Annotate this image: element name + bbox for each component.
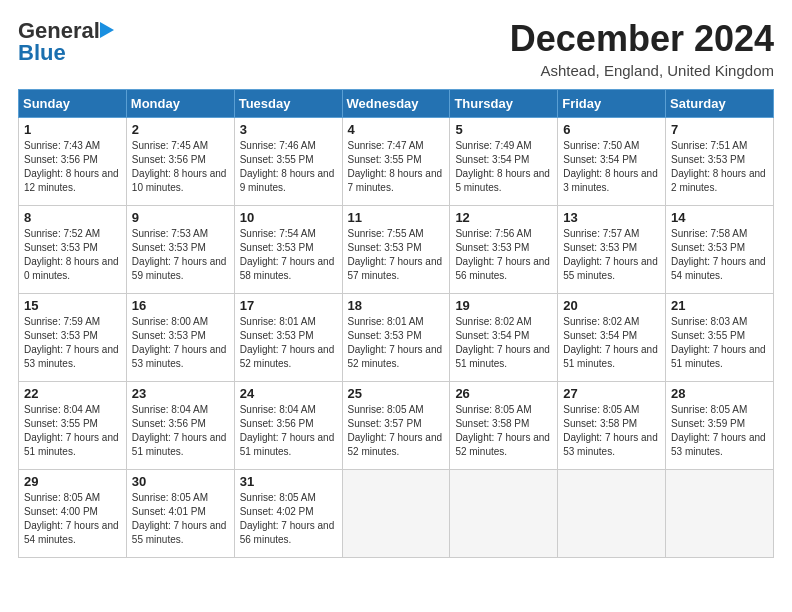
day-info: Sunrise: 8:05 AMSunset: 4:02 PMDaylight:… [240,491,337,547]
day-number: 7 [671,122,768,137]
day-number: 6 [563,122,660,137]
calendar-cell: 3Sunrise: 7:46 AMSunset: 3:55 PMDaylight… [234,118,342,206]
day-info: Sunrise: 8:01 AMSunset: 3:53 PMDaylight:… [348,315,445,371]
calendar-cell: 10Sunrise: 7:54 AMSunset: 3:53 PMDayligh… [234,206,342,294]
calendar-cell: 1Sunrise: 7:43 AMSunset: 3:56 PMDaylight… [19,118,127,206]
calendar-cell [450,470,558,558]
day-number: 11 [348,210,445,225]
day-number: 30 [132,474,229,489]
logo-blue: Blue [18,40,66,66]
calendar-week-row: 1Sunrise: 7:43 AMSunset: 3:56 PMDaylight… [19,118,774,206]
day-info: Sunrise: 8:03 AMSunset: 3:55 PMDaylight:… [671,315,768,371]
calendar-cell: 4Sunrise: 7:47 AMSunset: 3:55 PMDaylight… [342,118,450,206]
col-monday: Monday [126,90,234,118]
day-number: 17 [240,298,337,313]
day-number: 14 [671,210,768,225]
calendar-week-row: 22Sunrise: 8:04 AMSunset: 3:55 PMDayligh… [19,382,774,470]
calendar-cell: 14Sunrise: 7:58 AMSunset: 3:53 PMDayligh… [666,206,774,294]
day-info: Sunrise: 7:46 AMSunset: 3:55 PMDaylight:… [240,139,337,195]
calendar-cell: 13Sunrise: 7:57 AMSunset: 3:53 PMDayligh… [558,206,666,294]
day-number: 20 [563,298,660,313]
calendar-cell: 19Sunrise: 8:02 AMSunset: 3:54 PMDayligh… [450,294,558,382]
logo: General Blue [18,18,114,66]
day-info: Sunrise: 7:45 AMSunset: 3:56 PMDaylight:… [132,139,229,195]
day-number: 19 [455,298,552,313]
calendar-cell: 24Sunrise: 8:04 AMSunset: 3:56 PMDayligh… [234,382,342,470]
calendar-header-row: Sunday Monday Tuesday Wednesday Thursday… [19,90,774,118]
day-number: 26 [455,386,552,401]
calendar-cell: 7Sunrise: 7:51 AMSunset: 3:53 PMDaylight… [666,118,774,206]
day-number: 27 [563,386,660,401]
col-saturday: Saturday [666,90,774,118]
day-info: Sunrise: 7:43 AMSunset: 3:56 PMDaylight:… [24,139,121,195]
day-number: 24 [240,386,337,401]
calendar-cell [342,470,450,558]
day-number: 22 [24,386,121,401]
month-title: December 2024 [510,18,774,60]
calendar-cell: 5Sunrise: 7:49 AMSunset: 3:54 PMDaylight… [450,118,558,206]
logo-arrow-icon [100,22,114,38]
calendar-cell: 9Sunrise: 7:53 AMSunset: 3:53 PMDaylight… [126,206,234,294]
col-thursday: Thursday [450,90,558,118]
day-info: Sunrise: 7:59 AMSunset: 3:53 PMDaylight:… [24,315,121,371]
calendar-cell: 16Sunrise: 8:00 AMSunset: 3:53 PMDayligh… [126,294,234,382]
calendar-cell: 18Sunrise: 8:01 AMSunset: 3:53 PMDayligh… [342,294,450,382]
day-number: 4 [348,122,445,137]
day-info: Sunrise: 8:00 AMSunset: 3:53 PMDaylight:… [132,315,229,371]
col-sunday: Sunday [19,90,127,118]
day-number: 3 [240,122,337,137]
day-info: Sunrise: 7:54 AMSunset: 3:53 PMDaylight:… [240,227,337,283]
day-number: 21 [671,298,768,313]
location-subtitle: Ashtead, England, United Kingdom [510,62,774,79]
day-info: Sunrise: 8:04 AMSunset: 3:55 PMDaylight:… [24,403,121,459]
day-number: 2 [132,122,229,137]
day-info: Sunrise: 7:52 AMSunset: 3:53 PMDaylight:… [24,227,121,283]
day-info: Sunrise: 7:57 AMSunset: 3:53 PMDaylight:… [563,227,660,283]
day-number: 9 [132,210,229,225]
day-info: Sunrise: 8:05 AMSunset: 3:58 PMDaylight:… [563,403,660,459]
day-number: 16 [132,298,229,313]
day-number: 13 [563,210,660,225]
calendar-cell: 26Sunrise: 8:05 AMSunset: 3:58 PMDayligh… [450,382,558,470]
day-number: 8 [24,210,121,225]
day-number: 12 [455,210,552,225]
calendar-cell: 11Sunrise: 7:55 AMSunset: 3:53 PMDayligh… [342,206,450,294]
day-info: Sunrise: 7:47 AMSunset: 3:55 PMDaylight:… [348,139,445,195]
day-number: 18 [348,298,445,313]
day-info: Sunrise: 8:02 AMSunset: 3:54 PMDaylight:… [563,315,660,371]
day-number: 29 [24,474,121,489]
day-number: 5 [455,122,552,137]
day-info: Sunrise: 8:05 AMSunset: 4:01 PMDaylight:… [132,491,229,547]
col-wednesday: Wednesday [342,90,450,118]
day-info: Sunrise: 7:55 AMSunset: 3:53 PMDaylight:… [348,227,445,283]
col-tuesday: Tuesday [234,90,342,118]
calendar-cell: 22Sunrise: 8:04 AMSunset: 3:55 PMDayligh… [19,382,127,470]
day-info: Sunrise: 8:05 AMSunset: 3:59 PMDaylight:… [671,403,768,459]
calendar-cell: 25Sunrise: 8:05 AMSunset: 3:57 PMDayligh… [342,382,450,470]
day-info: Sunrise: 8:04 AMSunset: 3:56 PMDaylight:… [240,403,337,459]
calendar-cell: 2Sunrise: 7:45 AMSunset: 3:56 PMDaylight… [126,118,234,206]
day-number: 15 [24,298,121,313]
calendar-cell: 12Sunrise: 7:56 AMSunset: 3:53 PMDayligh… [450,206,558,294]
calendar-week-row: 29Sunrise: 8:05 AMSunset: 4:00 PMDayligh… [19,470,774,558]
calendar-cell: 6Sunrise: 7:50 AMSunset: 3:54 PMDaylight… [558,118,666,206]
day-info: Sunrise: 7:50 AMSunset: 3:54 PMDaylight:… [563,139,660,195]
calendar-cell: 8Sunrise: 7:52 AMSunset: 3:53 PMDaylight… [19,206,127,294]
day-info: Sunrise: 8:05 AMSunset: 3:57 PMDaylight:… [348,403,445,459]
calendar-week-row: 15Sunrise: 7:59 AMSunset: 3:53 PMDayligh… [19,294,774,382]
calendar-cell [558,470,666,558]
day-number: 10 [240,210,337,225]
calendar-cell: 15Sunrise: 7:59 AMSunset: 3:53 PMDayligh… [19,294,127,382]
calendar-cell: 17Sunrise: 8:01 AMSunset: 3:53 PMDayligh… [234,294,342,382]
col-friday: Friday [558,90,666,118]
calendar-cell: 29Sunrise: 8:05 AMSunset: 4:00 PMDayligh… [19,470,127,558]
day-info: Sunrise: 8:01 AMSunset: 3:53 PMDaylight:… [240,315,337,371]
header: General Blue December 2024 Ashtead, Engl… [18,18,774,79]
day-info: Sunrise: 8:05 AMSunset: 4:00 PMDaylight:… [24,491,121,547]
calendar-cell: 27Sunrise: 8:05 AMSunset: 3:58 PMDayligh… [558,382,666,470]
day-info: Sunrise: 7:51 AMSunset: 3:53 PMDaylight:… [671,139,768,195]
day-number: 23 [132,386,229,401]
calendar-cell: 21Sunrise: 8:03 AMSunset: 3:55 PMDayligh… [666,294,774,382]
day-info: Sunrise: 7:53 AMSunset: 3:53 PMDaylight:… [132,227,229,283]
calendar-cell: 28Sunrise: 8:05 AMSunset: 3:59 PMDayligh… [666,382,774,470]
